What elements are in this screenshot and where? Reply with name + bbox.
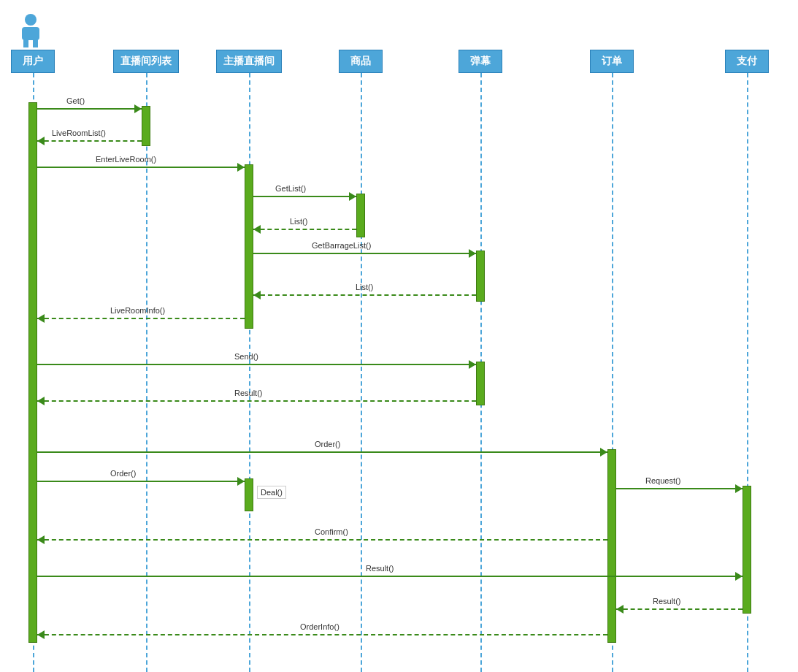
activation-order bbox=[607, 449, 616, 643]
activation-liveroom-deal bbox=[245, 478, 253, 511]
deal-label: Deal() bbox=[257, 486, 286, 499]
actor-roomlist: 直播间列表 bbox=[113, 50, 179, 73]
activation-user-main bbox=[28, 102, 37, 643]
actor-goods: 商品 bbox=[339, 50, 383, 73]
activation-payment bbox=[743, 486, 751, 614]
actor-order: 订单 bbox=[590, 50, 634, 73]
svg-rect-2 bbox=[23, 39, 28, 47]
actor-payment: 支付 bbox=[725, 50, 769, 73]
activation-liveroom-1 bbox=[245, 164, 253, 329]
lifeline-goods bbox=[361, 73, 362, 672]
svg-rect-3 bbox=[33, 39, 38, 47]
actor-user: 用户 bbox=[11, 50, 55, 73]
activation-barrage-1 bbox=[476, 251, 485, 302]
sequence-diagram: 用户 直播间列表 主播直播间 商品 弹幕 订单 支付 bbox=[0, 0, 798, 672]
activation-barrage-2 bbox=[476, 362, 485, 405]
activation-goods bbox=[356, 194, 365, 237]
activation-roomlist bbox=[142, 106, 150, 146]
actor-liveroom: 主播直播间 bbox=[216, 50, 282, 73]
svg-rect-1 bbox=[22, 27, 39, 40]
actor-barrage: 弹幕 bbox=[459, 50, 502, 73]
user-actor-icon bbox=[16, 11, 45, 50]
svg-point-0 bbox=[25, 14, 37, 26]
lifeline-liveroom bbox=[249, 73, 250, 672]
